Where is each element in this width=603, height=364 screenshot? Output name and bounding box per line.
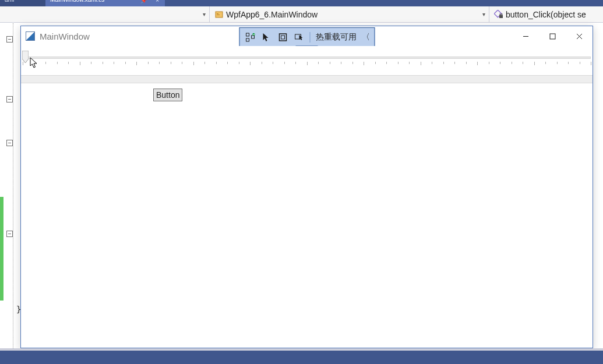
app-icon <box>26 31 35 41</box>
layout-adorners-icon[interactable] <box>274 29 291 45</box>
document-tab-inactive[interactable]: aml <box>0 0 45 6</box>
svg-rect-2 <box>217 15 220 15</box>
tab-label: MainWindow.xaml.cs <box>50 0 104 3</box>
outline-collapse-toggle[interactable] <box>6 96 13 103</box>
svg-rect-4 <box>499 15 503 18</box>
minimize-button[interactable] <box>512 26 539 46</box>
visual-tree-icon[interactable] <box>242 29 258 45</box>
change-marker <box>0 197 3 301</box>
editor-area: } MainWindow <box>0 23 603 348</box>
tab-label: aml <box>5 0 14 3</box>
nav-member-label: button_Click(object se <box>506 10 586 19</box>
select-element-icon[interactable] <box>258 29 274 45</box>
outline-gutter <box>0 23 16 348</box>
toolbar-separator <box>309 32 310 43</box>
svg-rect-7 <box>550 34 555 39</box>
split-handle[interactable] <box>593 24 601 33</box>
svg-rect-11 <box>246 38 249 41</box>
nav-class-dropdown[interactable]: WpfApp6_6.MainWindow ▾ <box>210 6 489 22</box>
navigation-bar: ▾ WpfApp6_6.MainWindow ▾ button_Click(ob… <box>0 6 603 23</box>
svg-rect-15 <box>281 36 284 39</box>
window-title: MainWindow <box>40 31 90 41</box>
app-button[interactable]: Button <box>153 89 182 101</box>
chevron-down-icon: ▾ <box>482 11 485 17</box>
window-system-buttons <box>512 26 593 46</box>
outline-collapse-toggle[interactable] <box>6 140 13 146</box>
wpf-titlebar[interactable]: MainWindow <box>21 26 593 46</box>
svg-rect-10 <box>246 33 249 36</box>
method-private-icon <box>494 10 503 19</box>
slider-track[interactable] <box>23 56 591 59</box>
collapse-toolbar-button[interactable]: 〈 <box>360 29 372 45</box>
document-tab-well: aml MainWindow.xaml.cs 📌 × <box>0 0 165 6</box>
svg-rect-12 <box>251 36 254 38</box>
status-bar <box>0 348 603 364</box>
outline-collapse-toggle[interactable] <box>6 231 13 237</box>
track-focus-icon[interactable] <box>291 29 307 45</box>
chevron-down-icon: ▾ <box>203 11 206 17</box>
outline-guide <box>13 23 13 348</box>
status-bar-border <box>0 348 603 351</box>
wpf-client-area: Button <box>21 46 593 348</box>
svg-rect-14 <box>279 34 286 41</box>
nav-member-dropdown[interactable]: button_Click(object se <box>489 6 603 22</box>
svg-rect-1 <box>217 13 218 14</box>
progressbar <box>21 75 593 83</box>
xaml-debug-toolbar[interactable]: 热重载可用 〈 <box>239 27 375 47</box>
close-icon[interactable]: × <box>156 0 159 3</box>
document-tab-active[interactable]: MainWindow.xaml.cs 📌 × <box>45 0 165 6</box>
nav-class-label: WpfApp6_6.MainWindow <box>226 10 318 19</box>
maximize-button[interactable] <box>539 26 566 46</box>
close-button[interactable] <box>566 26 593 46</box>
outline-collapse-toggle[interactable] <box>6 36 13 43</box>
slider-ticks <box>23 62 591 66</box>
slider-thumb[interactable] <box>22 51 29 63</box>
wpf-app-window: MainWindow <box>20 26 593 348</box>
hot-reload-label: 热重载可用 <box>312 32 360 43</box>
pin-icon[interactable]: 📌 <box>140 0 147 3</box>
nav-scope-dropdown[interactable]: ▾ <box>0 6 210 22</box>
class-icon <box>214 10 224 19</box>
